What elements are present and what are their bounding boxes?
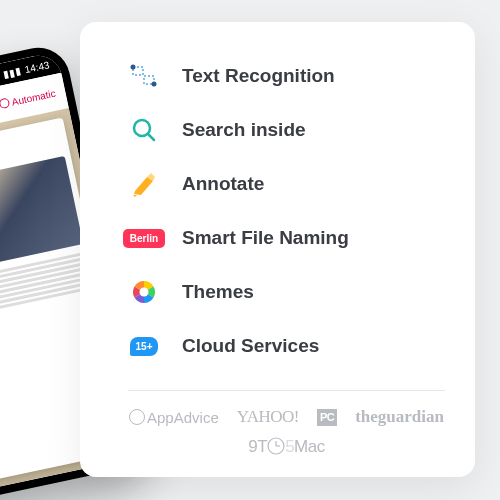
divider (128, 390, 445, 391)
yahoo-logo: YAHOO! (237, 407, 299, 427)
berlin-badge-icon: Berlin (128, 222, 160, 254)
signal-icon: ▮▮▮ (2, 65, 22, 80)
feature-label: Annotate (182, 173, 264, 195)
auto-label: Automatic (11, 87, 57, 107)
feature-list: Text Recognition Search inside Annotate (128, 60, 445, 376)
feature-label: Smart File Naming (182, 227, 349, 249)
feature-text-recognition[interactable]: Text Recognition (128, 60, 445, 92)
count-badge: 15+ (130, 337, 159, 356)
svg-line-5 (148, 134, 154, 140)
feature-themes[interactable]: Themes (128, 276, 445, 308)
svg-point-6 (140, 288, 149, 297)
press-logos: AppAdvice YAHOO! PC theguardian 9T5Mac (128, 405, 445, 457)
feature-annotate[interactable]: Annotate (128, 168, 445, 200)
highlighter-icon (128, 168, 160, 200)
text-recognition-icon (128, 60, 160, 92)
search-icon (128, 114, 160, 146)
feature-label: Text Recognition (182, 65, 335, 87)
feature-search-inside[interactable]: Search inside (128, 114, 445, 146)
svg-point-2 (131, 65, 136, 70)
appadvice-logo: AppAdvice (129, 409, 219, 426)
guardian-logo: theguardian (355, 407, 444, 427)
feature-smart-file-naming[interactable]: Berlin Smart File Naming (128, 222, 445, 254)
feature-card: Text Recognition Search inside Annotate (80, 22, 475, 477)
pcmag-logo: PC (317, 409, 337, 426)
9to5mac-logo: 9T5Mac (248, 437, 324, 457)
svg-point-3 (152, 82, 157, 87)
feature-label: Search inside (182, 119, 306, 141)
feature-label: Cloud Services (182, 335, 319, 357)
berlin-badge: Berlin (123, 229, 165, 248)
feature-cloud-services[interactable]: 15+ Cloud Services (128, 330, 445, 362)
auto-toggle[interactable]: Automatic (0, 87, 56, 110)
feature-label: Themes (182, 281, 254, 303)
cloud-count-icon: 15+ (128, 330, 160, 362)
color-wheel-icon (128, 276, 160, 308)
status-time: 14:43 (24, 59, 51, 75)
